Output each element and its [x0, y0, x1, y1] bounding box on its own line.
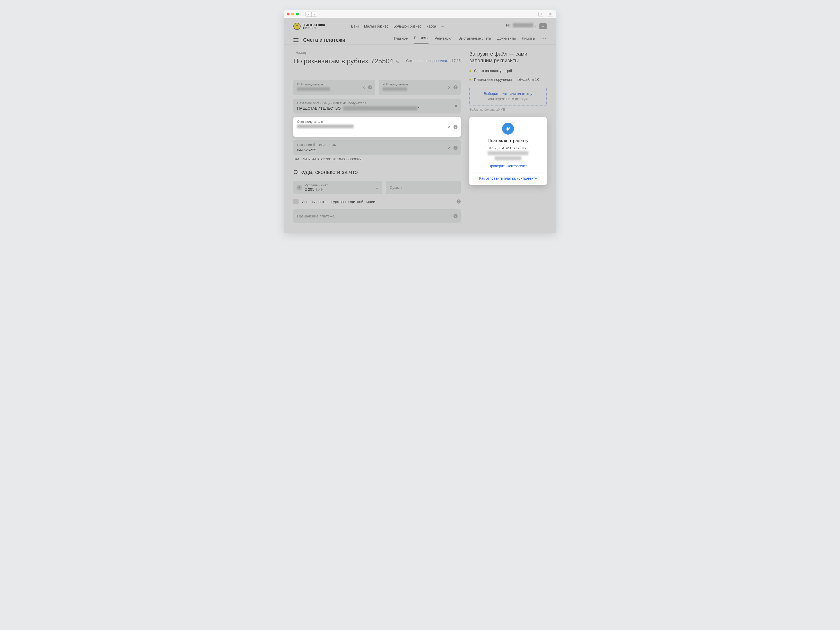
- maximize-light-icon[interactable]: [296, 13, 299, 16]
- traffic-lights: [287, 13, 299, 16]
- chevron-left-icon: ‹: [294, 51, 295, 55]
- tab-documents[interactable]: Документы: [497, 36, 516, 44]
- purpose-placeholder: Назначение платежа: [297, 214, 335, 218]
- help-icon[interactable]: ?: [453, 85, 458, 90]
- tab-invoice[interactable]: Выставление счета: [459, 36, 491, 44]
- checkbox-label: Использовать средства кредитной линии: [302, 199, 453, 204]
- upload-title: Загрузите файл — сами заполним реквизиты: [469, 51, 546, 64]
- clear-icon[interactable]: ✕: [454, 104, 458, 109]
- nav-buttons: ‹ ›: [305, 11, 317, 17]
- nav-forward-button[interactable]: ›: [311, 12, 317, 16]
- subheader: Счета и платежи Главное Платежи Репутаци…: [284, 30, 556, 45]
- debit-account-select[interactable]: ₽ Рублевый счет 2 295,10 ₽ ⌄: [294, 181, 382, 194]
- section-title: Счета и платежи: [303, 37, 345, 43]
- clear-icon[interactable]: ✕: [448, 145, 451, 150]
- page-title: По реквизитам в рублях: [294, 57, 368, 65]
- saved-prefix: Сохранено: [406, 59, 425, 63]
- card-sub-line2: "██████████ █████: [474, 151, 542, 155]
- sum-input[interactable]: Сумма: [386, 181, 461, 194]
- side-column: Загрузите файл — сами заполним реквизиты…: [469, 51, 546, 223]
- tab-payments[interactable]: Платежи: [414, 36, 428, 44]
- kpp-label: КПП получателя: [382, 82, 457, 86]
- browser-window: ‹ › ⇪ ⧉ ₸ ТИНЬКОФФ БИЗНЕС Банк Малый биз…: [284, 10, 556, 233]
- hamburger-icon[interactable]: [294, 38, 298, 42]
- nav-item-kassa[interactable]: Касса: [426, 24, 436, 28]
- ruble-icon: ₽: [297, 185, 302, 190]
- back-link[interactable]: ‹ Назад: [294, 51, 399, 55]
- help-icon[interactable]: ?: [453, 146, 458, 150]
- user-prefix: ИП: [506, 23, 512, 27]
- app-body: ₸ ТИНЬКОФФ БИЗНЕС Банк Малый бизнес Боль…: [284, 18, 556, 233]
- org-value: ПРЕДСТАВИТЕЛЬСТВО "██████ ████ ██████ ██…: [297, 106, 457, 111]
- bank-hint: ПАО СБЕРБАНК, к/с 30101810400000000225: [294, 157, 461, 161]
- help-icon[interactable]: ?: [453, 125, 458, 129]
- tab-main[interactable]: Главное: [394, 36, 408, 44]
- clear-icon[interactable]: ✕: [448, 125, 451, 129]
- org-label: Название организации или ФИО получателя: [297, 101, 457, 105]
- user-suffix: .: [535, 23, 536, 27]
- clear-icon[interactable]: ✕: [362, 85, 365, 90]
- card-title: Платеж контрагенту: [474, 138, 542, 143]
- inn-label: ИНН получателя: [297, 82, 372, 86]
- kpp-field[interactable]: КПП получателя █████████ ✕ ?: [379, 80, 461, 95]
- org-prefix: ПРЕДСТАВИТЕЛЬСТВО ": [297, 106, 343, 111]
- browser-chrome: ‹ › ⇪ ⧉: [284, 10, 556, 18]
- minimize-light-icon[interactable]: [291, 13, 294, 16]
- nav-item-bank[interactable]: Банк: [351, 24, 359, 28]
- upload-bullets: Счета на оплату — pdf Платежные поручени…: [469, 68, 546, 82]
- saved-suffix: в 17:15: [448, 59, 461, 63]
- checkbox-icon[interactable]: [294, 199, 298, 204]
- main-column: ‹ Назад По реквизитам в рублях 725504 ✎ …: [294, 51, 461, 223]
- acct-frac: ,10 ₽: [314, 187, 324, 191]
- acct-balance: 2 295,10 ₽: [305, 187, 372, 192]
- contragent-card: ₽ Платеж контрагенту ПРЕДСТАВИТЕЛЬСТВО "…: [469, 117, 546, 185]
- nav-item-small-biz[interactable]: Малый бизнес: [364, 24, 388, 28]
- edit-icon[interactable]: ✎: [396, 60, 399, 64]
- tab-reputation[interactable]: Репутация: [435, 36, 452, 44]
- page-number: 725504: [371, 57, 393, 65]
- tab-limits[interactable]: Лимиты: [522, 36, 535, 44]
- upload-dropzone[interactable]: Выберите счет или платежку или перетянит…: [469, 87, 546, 106]
- check-contragent-link[interactable]: Проверить контрагента: [474, 164, 542, 168]
- user-chip[interactable]: ИП ████████ .: [506, 23, 536, 29]
- org-suffix: ": [417, 106, 419, 111]
- inn-field[interactable]: ИНН получателя ████████████ ✕ ?: [294, 80, 375, 95]
- upload-link[interactable]: Выберите счет или платежку: [473, 92, 543, 96]
- credit-line-checkbox-row[interactable]: Использовать средства кредитной линии ?: [294, 199, 461, 204]
- logo-brand: ТИНЬКОФФ: [303, 23, 325, 27]
- card-sub-line1: ПРЕДСТАВИТЕЛЬСТВО: [474, 146, 542, 150]
- logo-mark-icon: ₸: [294, 23, 301, 30]
- nav-item-big-biz[interactable]: Большой бизнес: [393, 24, 421, 28]
- user-name-masked: ████████: [513, 23, 533, 27]
- account-label: Счет получателя: [297, 120, 457, 123]
- tabs-more[interactable]: ···: [541, 36, 546, 44]
- org-name-field[interactable]: Название организации или ФИО получателя …: [294, 99, 461, 114]
- logo[interactable]: ₸ ТИНЬКОФФ БИЗНЕС: [294, 23, 325, 30]
- kpp-value: █████████: [382, 87, 407, 91]
- tabs-icon[interactable]: ⧉: [548, 12, 553, 16]
- user-menu-button[interactable]: [539, 23, 546, 29]
- nav-back-button[interactable]: ‹: [306, 12, 311, 16]
- back-text: Назад: [296, 51, 306, 55]
- chevron-down-icon: ⌄: [376, 185, 379, 190]
- bank-bik-field[interactable]: Название банка или БИК 044525225 ✕ ?: [294, 140, 461, 155]
- app-header: ₸ ТИНЬКОФФ БИЗНЕС Банк Малый бизнес Боль…: [284, 18, 556, 30]
- howto-send-link[interactable]: Как отправить платеж контрагенту: [474, 172, 542, 181]
- nav-item-more[interactable]: ···: [441, 24, 444, 28]
- help-icon[interactable]: ?: [456, 199, 461, 204]
- card-sub-line3: ██████████": [474, 156, 542, 160]
- top-nav: Банк Малый бизнес Большой бизнес Касса ·…: [351, 24, 444, 28]
- saved-drafts-link[interactable]: в черновиках: [426, 59, 448, 63]
- purpose-input[interactable]: Назначение платежа ?: [294, 209, 461, 223]
- chevron-down-icon: [542, 25, 545, 28]
- content: ‹ Назад По реквизитам в рублях 725504 ✎ …: [284, 45, 556, 233]
- inn-value: ████████████: [297, 87, 330, 91]
- help-icon[interactable]: ?: [368, 85, 372, 90]
- acct-main: 2 295: [305, 187, 314, 191]
- help-icon[interactable]: ?: [453, 214, 458, 218]
- recipient-account-field[interactable]: Счет получателя █████ ████ █ █████ █████…: [294, 117, 461, 137]
- share-icon[interactable]: ⇪: [538, 12, 544, 16]
- clear-icon[interactable]: ✕: [448, 85, 451, 90]
- close-light-icon[interactable]: [287, 13, 289, 16]
- acct-label: Рублевый счет: [305, 183, 372, 187]
